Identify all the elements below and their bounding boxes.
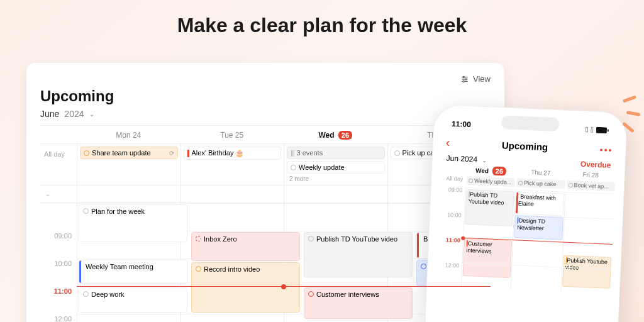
svg-rect-6 [596, 127, 607, 134]
task-circle-icon[interactable] [518, 180, 523, 185]
event-customer-interviews[interactable]: Customer interviews [304, 287, 413, 319]
hero-title: Make a clear plan for the week [0, 0, 644, 37]
month-label: June [40, 109, 59, 119]
event-deep-work[interactable]: Deep work [79, 287, 187, 313]
task-circle-icon[interactable] [308, 291, 314, 297]
collapse-toggle[interactable]: ⌄ [40, 186, 77, 203]
section-title: Upcoming [40, 87, 491, 105]
task-circle-icon[interactable] [394, 150, 400, 156]
task-circle-icon[interactable] [83, 208, 89, 214]
signal-icon: 􀙇 [586, 125, 589, 134]
phone-hour-label: 09:00 [439, 186, 465, 213]
task-circle-icon[interactable] [84, 150, 89, 156]
phone-allday-label: All day [440, 175, 466, 185]
view-label: View [473, 74, 491, 84]
hour-label: 12:00 [40, 314, 77, 322]
allday-event[interactable]: Alex' Birthday 🎂 [184, 147, 282, 160]
event-publish-youtube[interactable]: Publish TD YouTube video [304, 232, 413, 277]
chevron-down-icon: ⌄ [482, 157, 487, 164]
event-weekly-meeting[interactable]: Weekly Team meeting [79, 260, 187, 284]
phone-day-fri[interactable]: Fri 28 [565, 170, 616, 180]
task-circle-icon[interactable] [469, 178, 473, 182]
svg-rect-7 [608, 130, 609, 132]
sliders-icon [460, 75, 469, 84]
phone-allday-event[interactable]: Pick up cake [516, 178, 565, 189]
hour-label-now: 11:00 [40, 286, 77, 314]
more-events-link[interactable]: 2 more [287, 175, 385, 182]
allday-event[interactable]: Weekly update [287, 161, 385, 174]
now-indicator [77, 286, 491, 287]
hour-label: 10:00 [40, 258, 77, 286]
view-button[interactable]: View [40, 74, 491, 84]
phone-event-design[interactable]: Design TD Newsletter [514, 215, 564, 240]
phone-hour-label: 12:00 [436, 262, 462, 288]
allday-wed[interactable]: ||| 3 events Weekly update 2 more [284, 144, 387, 186]
phone-hour-now: 11:00 [437, 236, 464, 263]
today-badge: 26 [492, 167, 506, 176]
task-circle-icon[interactable] [308, 236, 314, 242]
month-picker[interactable]: June 2024 ⌄ [40, 109, 491, 119]
event-inbox-zero[interactable]: Inbox Zero [191, 232, 300, 261]
more-menu-button[interactable]: ••• [599, 145, 613, 155]
phone-time: 11:00 [452, 119, 471, 129]
phone-hour-label: 10:00 [438, 211, 464, 238]
task-circle-icon[interactable] [196, 236, 201, 242]
svg-point-5 [463, 80, 464, 82]
overdue-link[interactable]: Overdue [580, 160, 611, 170]
wifi-icon: 􀙈 [591, 125, 594, 134]
allday-label: All day [40, 144, 77, 186]
phone-event-breakfast[interactable]: Breakfast with Elaine [515, 191, 564, 216]
day-header-mon[interactable]: Mon 24 [77, 126, 180, 144]
chevron-down-icon: ⌄ [89, 111, 94, 118]
task-circle-icon[interactable] [569, 182, 573, 187]
phone-notch [501, 115, 560, 131]
allday-events-summary[interactable]: ||| 3 events [287, 147, 385, 159]
battery-icon [596, 127, 609, 134]
today-badge: 26 [338, 131, 352, 140]
allday-event[interactable]: Share team update ⟳ [80, 147, 178, 159]
event-plan-week[interactable]: Plan for the week [79, 204, 187, 242]
phone-month-picker[interactable]: Jun 2024 ⌄ [446, 153, 487, 164]
accent-decoration [623, 95, 636, 103]
allday-mon[interactable]: Share team update ⟳ [77, 144, 180, 186]
year-label: 2024 [64, 109, 84, 119]
recurring-icon: ⟳ [169, 150, 174, 157]
phone-mockup: 11:00 􀙇 􀙈 ‹ Upcoming ••• Jun 2024 ⌄ Over… [424, 104, 628, 322]
calendar-grid: Mon 24 Tue 25 Wed 26 Thu 27 All day Shar… [40, 125, 491, 322]
svg-point-4 [465, 78, 467, 79]
accent-decoration [626, 111, 641, 116]
day-header-tue[interactable]: Tue 25 [180, 126, 284, 144]
day-header-wed[interactable]: Wed 26 [284, 126, 387, 144]
task-circle-icon[interactable] [196, 266, 201, 272]
svg-point-3 [463, 76, 464, 77]
priority-flag-icon [187, 150, 189, 157]
task-circle-icon[interactable] [421, 264, 426, 269]
task-circle-icon[interactable] [83, 291, 89, 297]
phone-day-thu[interactable]: Thu 27 [516, 168, 566, 177]
multi-event-icon: ||| [291, 149, 294, 157]
hour-label [40, 203, 77, 231]
hour-label: 09:00 [40, 231, 77, 258]
task-circle-icon[interactable] [291, 165, 296, 170]
phone-day-wed[interactable]: Wed 26 [466, 166, 516, 175]
phone-allday-event[interactable]: Book vet ap... [566, 180, 615, 191]
allday-tue[interactable]: Alex' Birthday 🎂 [180, 144, 284, 186]
phone-allday-event[interactable]: Weekly upda... [467, 176, 516, 187]
